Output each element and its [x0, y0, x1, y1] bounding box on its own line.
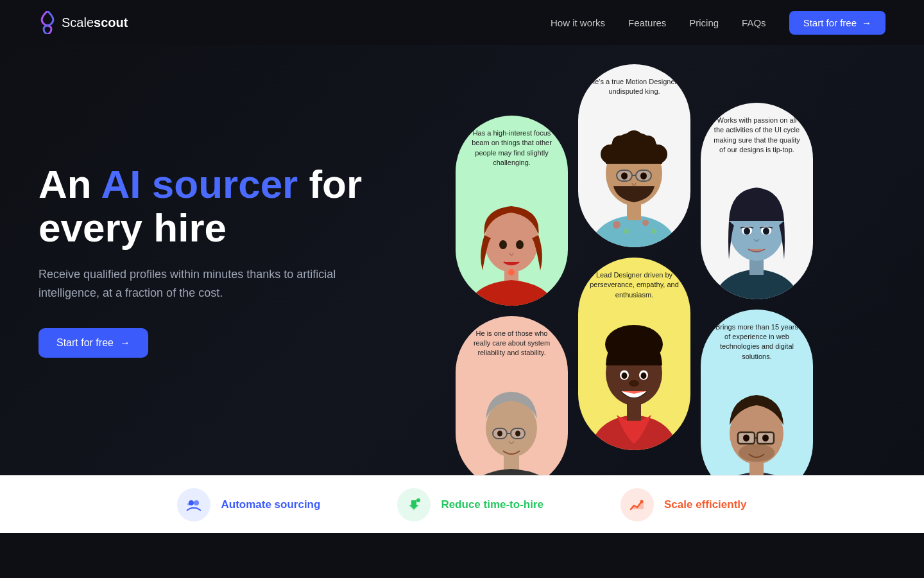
svg-point-28: [621, 172, 628, 179]
card-text-6: Brings more than 15 years of experience …: [701, 310, 813, 371]
svg-point-49: [743, 435, 749, 442]
person-svg-5: [456, 367, 568, 475]
card-img-3: [701, 164, 813, 299]
svg-point-54: [187, 503, 190, 505]
svg-point-53: [194, 500, 199, 505]
profile-card-6: Brings more than 15 years of experience …: [701, 310, 813, 475]
hero-title: An AI sourcer for every hire: [38, 162, 391, 250]
card-text-2: He's a true Motion Designer, undisputed …: [578, 64, 690, 106]
nav-pricing[interactable]: Pricing: [689, 17, 719, 28]
profile-card-3: Works with passion on all the activities…: [701, 103, 813, 299]
svg-point-36: [641, 372, 647, 379]
profile-card-5: He is one of those who really care about…: [456, 316, 568, 475]
svg-point-37: [629, 380, 639, 387]
svg-point-22: [625, 130, 643, 148]
strip-item-scale: Scale efficiently: [620, 488, 747, 521]
nav-links: How it works Features Pricing FAQs Start…: [551, 11, 886, 35]
svg-rect-38: [749, 259, 764, 275]
card-img-6: [701, 371, 813, 475]
logo-icon: [38, 11, 56, 34]
card-text-3: Works with passion on all the activities…: [701, 103, 813, 164]
nav-faqs[interactable]: FAQs: [742, 17, 766, 28]
strip-item-reduce: Reduce time-to-hire: [397, 488, 543, 521]
person-svg-2: [578, 106, 690, 247]
svg-point-11: [497, 430, 502, 436]
svg-point-12: [515, 430, 520, 436]
hero-cards-area: Has a high-interest focus beam on things…: [443, 45, 924, 475]
nav-features[interactable]: Features: [628, 17, 666, 28]
person-svg-3: [701, 164, 813, 299]
scale-icon: [620, 488, 654, 521]
svg-point-55: [416, 498, 420, 502]
profile-card-2: He's a true Motion Designer, undisputed …: [578, 64, 690, 247]
card-text-5: He is one of those who really care about…: [456, 316, 568, 367]
svg-point-32: [605, 325, 663, 363]
svg-point-15: [624, 229, 629, 234]
scale-label: Scale efficiently: [664, 498, 747, 511]
person-svg-6: [701, 371, 813, 475]
navbar: Scalescout How it works Features Pricing…: [0, 0, 924, 45]
svg-rect-30: [627, 404, 641, 421]
automate-icon: [177, 488, 210, 521]
nav-how-it-works[interactable]: How it works: [551, 17, 605, 28]
hero-subtitle: Receive qualified profiles within minute…: [38, 265, 346, 302]
person-svg-1: [456, 177, 568, 306]
svg-point-51: [739, 444, 774, 462]
svg-point-50: [762, 435, 769, 442]
card-img-5: [456, 367, 568, 475]
card-img-2: [578, 106, 690, 247]
bottom-strip: Automate sourcing Reduce time-to-hire Sc…: [0, 475, 924, 533]
svg-point-35: [622, 372, 628, 379]
svg-point-5: [508, 269, 515, 276]
card-column-1: Has a high-interest focus beam on things…: [456, 116, 568, 475]
svg-point-29: [640, 172, 647, 179]
nav-cta-button[interactable]: Start for free →: [789, 11, 886, 35]
svg-point-3: [516, 240, 524, 249]
hero-left: An AI sourcer for every hire Receive qua…: [38, 45, 391, 475]
strip-item-automate: Automate sourcing: [177, 488, 320, 521]
svg-point-24: [648, 144, 667, 164]
svg-point-17: [651, 229, 656, 234]
svg-point-16: [642, 220, 649, 226]
svg-point-2: [499, 240, 507, 249]
card-text-1: Has a high-interest focus beam on things…: [456, 116, 568, 177]
card-column-2: He's a true Motion Designer, undisputed …: [578, 64, 690, 450]
automate-label: Automate sourcing: [221, 498, 320, 511]
hero-cta-button[interactable]: Start for free →: [38, 328, 148, 358]
card-img-4: [578, 309, 690, 450]
profile-card-1: Has a high-interest focus beam on things…: [456, 116, 568, 306]
profile-card-4: Lead Designer driven by perseverance, em…: [578, 258, 690, 450]
person-svg-4: [578, 309, 690, 450]
svg-point-14: [613, 221, 620, 229]
svg-point-42: [744, 227, 750, 234]
svg-point-43: [763, 227, 769, 234]
svg-point-56: [640, 500, 644, 503]
card-text-4: Lead Designer driven by perseverance, em…: [578, 258, 690, 309]
card-img-1: [456, 177, 568, 306]
logo-text: Scalescout: [62, 15, 128, 30]
logo[interactable]: Scalescout: [38, 11, 128, 34]
reduce-icon: [397, 488, 431, 521]
hero-section: An AI sourcer for every hire Receive qua…: [0, 45, 924, 475]
card-column-3: Works with passion on all the activities…: [701, 103, 813, 475]
reduce-label: Reduce time-to-hire: [441, 498, 543, 511]
